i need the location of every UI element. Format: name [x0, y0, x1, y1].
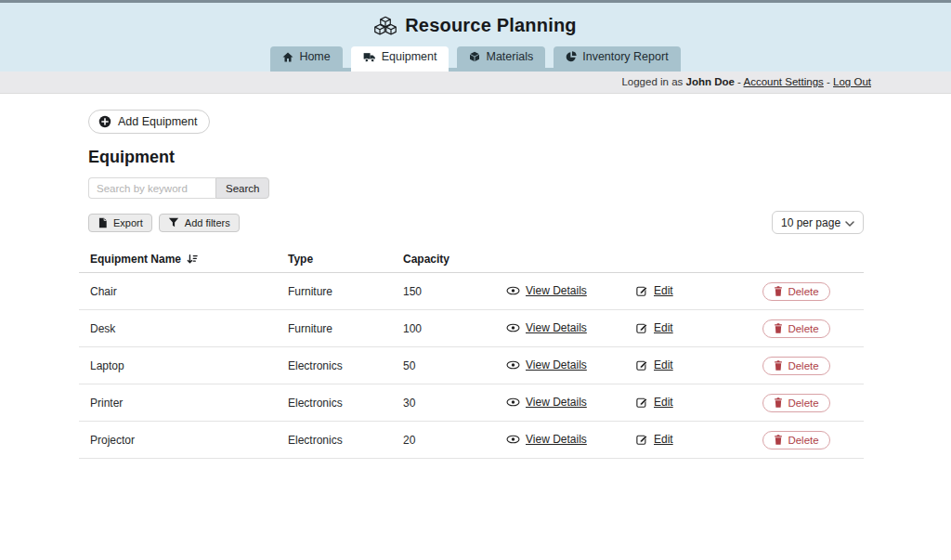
home-icon — [282, 52, 293, 62]
brand: Resource Planning — [374, 15, 577, 36]
search-input[interactable] — [88, 177, 215, 199]
cell-type: Electronics — [288, 397, 403, 410]
plus-circle-icon — [98, 115, 111, 128]
per-page-value: 10 per page — [781, 216, 840, 229]
pencil-square-icon — [636, 397, 648, 408]
logged-in-prefix: Logged in as — [621, 76, 683, 87]
pencil-square-icon — [636, 285, 648, 296]
trash-icon — [774, 435, 783, 445]
view-details-link[interactable]: View Details — [506, 396, 587, 409]
edit-link[interactable]: Edit — [636, 284, 673, 297]
sort-amount-icon[interactable] — [187, 254, 198, 265]
add-equipment-label: Add Equipment — [118, 115, 197, 128]
column-header-type[interactable]: Type — [288, 253, 403, 266]
cell-type: Electronics — [288, 359, 403, 372]
cell-equipment-name: Laptop — [79, 359, 288, 372]
eye-icon — [506, 323, 520, 332]
tab-label: Equipment — [382, 50, 437, 63]
add-equipment-button[interactable]: Add Equipment — [88, 110, 210, 134]
tab-label: Home — [299, 50, 330, 63]
page-title: Resource Planning — [405, 15, 577, 36]
username: John Doe — [686, 76, 735, 87]
trash-icon — [774, 397, 783, 408]
delete-button[interactable]: Delete — [762, 357, 829, 375]
table-header-row: Equipment Name Type Capacity — [79, 245, 864, 273]
cell-capacity: 50 — [403, 359, 506, 372]
pencil-square-icon — [636, 434, 648, 445]
view-details-link[interactable]: View Details — [506, 358, 587, 371]
eye-icon — [506, 286, 520, 295]
per-page-select[interactable]: 10 per page — [772, 211, 864, 234]
table-row: Printer Electronics 30 View Details Edit… — [79, 384, 864, 422]
table-row: Projector Electronics 20 View Details Ed… — [79, 422, 864, 459]
cubes-icon — [374, 16, 397, 36]
cell-equipment-name: Desk — [79, 322, 288, 335]
table-row: Desk Furniture 100 View Details Edit Del… — [79, 310, 864, 347]
search-button[interactable]: Search — [215, 177, 269, 199]
cell-capacity: 150 — [403, 285, 506, 298]
table-row: Chair Furniture 150 View Details Edit De… — [79, 273, 864, 310]
separator: - — [827, 76, 830, 87]
trash-icon — [774, 360, 783, 371]
column-header-capacity[interactable]: Capacity — [403, 253, 506, 266]
tab-inventory-report[interactable]: Inventory Report — [554, 46, 680, 68]
tab-equipment[interactable]: Equipment — [351, 46, 449, 72]
pencil-square-icon — [636, 322, 648, 333]
truck-icon — [363, 52, 376, 62]
app-header: Resource Planning Home Equipment Materia… — [0, 3, 951, 72]
tab-label: Inventory Report — [582, 50, 668, 63]
column-header-equipment-name[interactable]: Equipment Name — [90, 253, 181, 266]
cell-type: Furniture — [288, 322, 403, 335]
trash-icon — [774, 323, 783, 333]
logout-link[interactable]: Log Out — [833, 76, 871, 87]
tab-materials[interactable]: Materials — [457, 46, 545, 68]
view-details-link[interactable]: View Details — [506, 433, 587, 446]
account-settings-link[interactable]: Account Settings — [744, 76, 824, 87]
edit-link[interactable]: Edit — [636, 321, 673, 334]
chevron-down-icon — [845, 216, 854, 229]
pencil-square-icon — [636, 359, 648, 371]
delete-button[interactable]: Delete — [762, 431, 829, 449]
pie-chart-icon — [566, 51, 577, 62]
eye-icon — [506, 397, 520, 407]
edit-link[interactable]: Edit — [636, 396, 673, 409]
cell-equipment-name: Chair — [79, 285, 288, 298]
file-icon — [98, 217, 108, 228]
tab-label: Materials — [486, 50, 533, 63]
main-content: Add Equipment Equipment Search Export Ad… — [79, 94, 864, 459]
trash-icon — [774, 286, 783, 296]
cell-capacity: 100 — [403, 322, 506, 335]
main-nav: Home Equipment Materials Inventory Repor… — [270, 46, 680, 72]
funnel-icon — [168, 217, 179, 228]
user-bar: Logged in as John Doe - Account Settings… — [0, 72, 951, 94]
cell-capacity: 30 — [403, 397, 506, 410]
section-heading: Equipment — [88, 148, 864, 167]
view-details-link[interactable]: View Details — [506, 321, 587, 334]
edit-link[interactable]: Edit — [636, 358, 673, 371]
add-filters-button[interactable]: Add filters — [159, 214, 240, 232]
cell-equipment-name: Projector — [79, 434, 288, 447]
edit-link[interactable]: Edit — [636, 433, 673, 446]
cell-type: Electronics — [288, 434, 403, 447]
box-icon — [469, 51, 480, 62]
eye-icon — [506, 360, 520, 370]
table-row: Laptop Electronics 50 View Details Edit … — [79, 347, 864, 384]
view-details-link[interactable]: View Details — [506, 284, 587, 297]
cell-capacity: 20 — [403, 434, 506, 447]
delete-button[interactable]: Delete — [762, 394, 829, 412]
delete-button[interactable]: Delete — [762, 319, 829, 338]
separator: - — [737, 76, 741, 87]
tab-home[interactable]: Home — [270, 46, 342, 68]
export-label: Export — [113, 217, 143, 228]
cell-type: Furniture — [288, 285, 403, 298]
eye-icon — [506, 435, 520, 444]
equipment-table: Equipment Name Type Capacity Chair Furni… — [79, 245, 864, 459]
add-filters-label: Add filters — [185, 217, 230, 228]
export-button[interactable]: Export — [88, 214, 152, 232]
cell-equipment-name: Printer — [79, 397, 288, 410]
delete-button[interactable]: Delete — [762, 282, 829, 301]
